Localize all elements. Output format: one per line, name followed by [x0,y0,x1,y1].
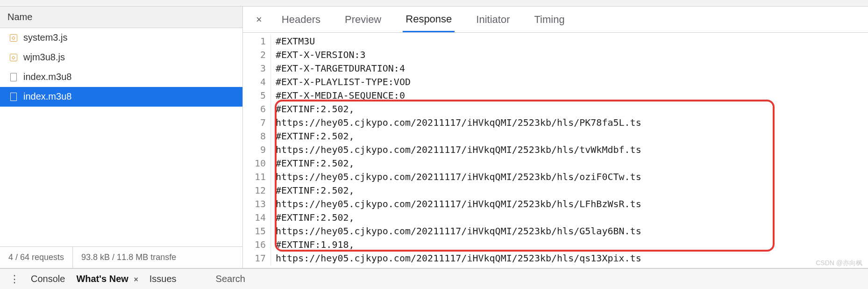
line-number: 3 [243,62,271,75]
line-number: 16 [243,238,271,252]
requests-count: 4 / 64 requests [0,247,73,268]
file-name-label: index.m3u8 [23,72,71,82]
drawer-tab-console[interactable]: Console [31,274,65,284]
file-row[interactable]: index.m3u8 [0,87,242,107]
code-line: 1#EXTM3U [243,35,868,48]
file-name-label: wjm3u8.js [23,52,65,63]
code-line: 4#EXT-X-PLAYLIST-TYPE:VOD [243,75,868,89]
file-name-label: system3.js [23,32,67,43]
code-line: 6#EXTINF:2.502, [243,102,868,116]
drawer-tabs: ⋮ Console What's New × Issues Search [0,268,868,289]
code-text: #EXT-X-VERSION:3 [271,48,366,62]
line-number: 5 [243,89,271,102]
code-text: #EXT-X-MEDIA-SEQUENCE:0 [271,89,405,102]
code-line: 3#EXT-X-TARGETDURATION:4 [243,62,868,75]
transfer-size: 93.8 kB / 11.8 MB transfe [73,247,185,268]
code-text: https://hey05.cjkypo.com/20211117/iHVkqQ… [271,224,641,238]
line-number: 11 [243,170,271,184]
tab-timing[interactable]: Timing [532,8,568,31]
line-number: 7 [243,116,271,130]
line-number: 15 [243,224,271,238]
file-row[interactable]: index.m3u8 [0,67,242,87]
line-number: 13 [243,197,271,211]
line-number: 10 [243,157,271,170]
code-text: https://hey05.cjkypo.com/20211117/iHVkqQ… [271,170,641,184]
document-file-icon [9,73,18,81]
code-text: #EXT-X-PLAYLIST-TYPE:VOD [271,75,411,89]
line-number: 2 [243,48,271,62]
name-column-header[interactable]: Name [0,7,242,28]
code-text: #EXTINF:1.918, [271,238,355,252]
code-text: #EXTINF:2.502, [271,130,355,143]
code-line: 15https://hey05.cjkypo.com/20211117/iHVk… [243,224,868,238]
code-text: #EXTINF:2.502, [271,102,355,116]
kebab-menu-icon[interactable]: ⋮ [9,274,20,284]
code-text: #EXTM3U [271,35,315,48]
code-line: 2#EXT-X-VERSION:3 [243,48,868,62]
code-line: 17https://hey05.cjkypo.com/20211117/iHVk… [243,252,868,265]
code-text: https://hey05.cjkypo.com/20211117/iHVkqQ… [271,197,641,211]
code-line: 14#EXTINF:2.502, [243,211,868,224]
file-row[interactable]: ◇system3.js [0,28,242,48]
line-number: 14 [243,211,271,224]
code-text: #EXTINF:2.502, [271,184,355,197]
code-line: 12#EXTINF:2.502, [243,184,868,197]
code-line: 13https://hey05.cjkypo.com/20211117/iHVk… [243,197,868,211]
main-area: Name ◇system3.js◇wjm3u8.jsindex.m3u8inde… [0,7,868,268]
code-line: 8#EXTINF:2.502, [243,130,868,143]
code-text: #EXTINF:2.502, [271,157,355,170]
code-text: #EXT-X-TARGETDURATION:4 [271,62,405,75]
js-file-icon: ◇ [9,34,18,42]
line-number: 8 [243,130,271,143]
code-line: 9https://hey05.cjkypo.com/20211117/iHVkq… [243,143,868,157]
network-request-list-panel: Name ◇system3.js◇wjm3u8.jsindex.m3u8inde… [0,7,243,268]
drawer-tab-search[interactable]: Search [216,274,245,284]
line-number: 4 [243,75,271,89]
document-file-icon [9,93,18,101]
file-row[interactable]: ◇wjm3u8.js [0,48,242,67]
response-detail-panel: × HeadersPreviewResponseInitiatorTiming … [243,7,868,268]
close-icon[interactable]: × [134,275,138,283]
line-number: 12 [243,184,271,197]
js-file-icon: ◇ [9,53,18,62]
code-text: https://hey05.cjkypo.com/20211117/iHVkqQ… [271,252,641,265]
detail-tabs: × HeadersPreviewResponseInitiatorTiming [243,7,868,33]
close-icon[interactable]: × [252,13,266,27]
file-list: ◇system3.js◇wjm3u8.jsindex.m3u8index.m3u… [0,28,242,246]
request-summary-bar: 4 / 64 requests 93.8 kB / 11.8 MB transf… [0,246,242,268]
code-line: 16#EXTINF:1.918, [243,238,868,252]
line-number: 9 [243,143,271,157]
drawer-tab-issues[interactable]: Issues [149,274,177,284]
line-number: 6 [243,102,271,116]
tab-initiator[interactable]: Initiator [473,8,512,31]
code-text: https://hey05.cjkypo.com/20211117/iHVkqQ… [271,143,641,157]
code-line: 10#EXTINF:2.502, [243,157,868,170]
code-line: 5#EXT-X-MEDIA-SEQUENCE:0 [243,89,868,102]
watermark: CSDN @亦向枫 [816,259,862,267]
line-number: 17 [243,252,271,265]
drawer-tab-whatsnew-label: What's New [76,274,128,284]
code-text: #EXTINF:2.502, [271,211,355,224]
code-text: https://hey05.cjkypo.com/20211117/iHVkqQ… [271,116,641,130]
code-line: 11https://hey05.cjkypo.com/20211117/iHVk… [243,170,868,184]
top-strip [0,0,868,7]
file-name-label: index.m3u8 [23,91,71,102]
response-body[interactable]: 1#EXTM3U2#EXT-X-VERSION:33#EXT-X-TARGETD… [243,33,868,268]
line-number: 1 [243,35,271,48]
tab-response[interactable]: Response [403,7,455,32]
tab-headers[interactable]: Headers [279,8,323,31]
drawer-tab-whatsnew[interactable]: What's New × [76,274,138,284]
tab-preview[interactable]: Preview [342,8,384,31]
code-line: 7https://hey05.cjkypo.com/20211117/iHVkq… [243,116,868,130]
